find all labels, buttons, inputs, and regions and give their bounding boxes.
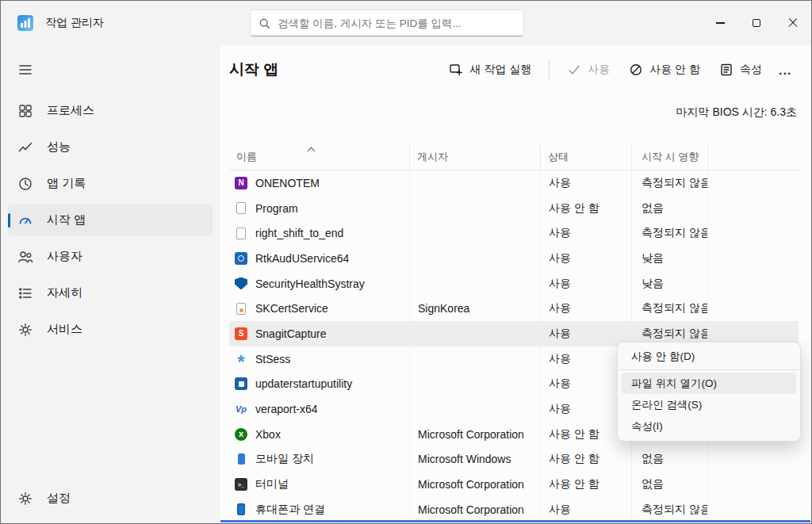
table-row[interactable]: right_shift_to_end 사용 측정되지 않음 [229, 220, 799, 246]
new-task-icon [449, 63, 463, 77]
menu-item-search-online[interactable]: 온라인 검색(S) [622, 394, 796, 415]
table-row[interactable]: SKCertService SignKorea 사용 측정되지 않음 [229, 296, 799, 321]
maximize-button[interactable] [738, 1, 775, 45]
column-header-status[interactable]: 상태 [541, 143, 632, 170]
close-icon [787, 17, 799, 29]
sidebar-item-app-history[interactable]: 앱 기록 [8, 167, 213, 200]
task-manager-app-icon [17, 14, 34, 32]
run-new-task-button[interactable]: 새 작업 실행 [442, 57, 538, 82]
close-button[interactable] [775, 1, 811, 45]
app-name: ONENOTEM [255, 177, 320, 189]
cert-icon [236, 303, 246, 315]
impact-cell: 낮음 [632, 246, 708, 271]
menu-toggle-button[interactable] [10, 56, 42, 83]
menu-item-properties[interactable]: 속성(I) [622, 415, 796, 437]
column-header-impact[interactable]: 시작 시 영향 [632, 143, 708, 170]
sidebar-item-settings[interactable]: 설정 [8, 482, 213, 514]
veraport-icon [235, 403, 247, 415]
column-header-empty [708, 143, 799, 170]
column-header-publisher[interactable]: 게시자 [410, 143, 541, 170]
more-icon: ... [779, 63, 792, 77]
startup-apps-icon [17, 212, 33, 228]
status-cell: 사용 안 함 [541, 196, 632, 221]
name-cell: veraport-x64 [229, 396, 410, 422]
search-input[interactable] [278, 17, 515, 29]
publisher-cell: Microsoft Windows [410, 447, 541, 472]
sidebar-item-processes[interactable]: 프로세스 [8, 94, 213, 127]
bottom-accent-line [220, 520, 810, 522]
status-cell: 사용 안 함 [541, 472, 632, 497]
minimize-button[interactable] [702, 1, 738, 45]
bios-time-label: 마지막 BIOS 시간: [676, 105, 768, 118]
settings-gear-icon [17, 491, 33, 507]
column-header-name[interactable]: 이름 [229, 143, 410, 170]
menu-item-open-file-location[interactable]: 파일 위치 열기(O) [622, 373, 796, 394]
table-row[interactable]: ONENOTEM 사용 측정되지 않음 [229, 170, 799, 196]
table-row[interactable]: 모바일 장치 Microsoft Windows 사용 안 함 없음 [229, 447, 799, 472]
sidebar-item-details[interactable]: 자세히 [8, 277, 213, 309]
sidebar-item-services[interactable]: 서비스 [8, 313, 213, 346]
publisher-cell: Microsoft Corporation [410, 472, 541, 497]
app-name: SecurityHealthSystray [255, 277, 365, 290]
table-header: 이름 게시자 상태 시작 시 영향 [229, 143, 799, 170]
menu-separator [619, 369, 799, 370]
table-row[interactable]: RtkAudUService64 사용 낮음 [229, 246, 799, 271]
page-title: 시작 앱 [229, 59, 278, 80]
xbox-icon [235, 428, 247, 441]
enable-button[interactable]: 사용 [560, 57, 617, 82]
name-cell: RtkAudUService64 [229, 246, 410, 271]
impact-cell: 낮음 [632, 271, 708, 296]
publisher-cell [410, 321, 541, 346]
status-cell: 사용 [541, 296, 632, 321]
table-row[interactable]: 터미널 Microsoft Corporation 사용 안 함 없음 [229, 472, 799, 497]
status-cell: 사용 [541, 220, 632, 246]
minimize-icon [716, 22, 725, 23]
publisher-cell: Microsoft Corporation [410, 422, 541, 447]
more-button[interactable]: ... [774, 58, 797, 82]
name-cell: Xbox [229, 422, 410, 447]
onenote-icon [235, 177, 247, 189]
table-row[interactable]: 휴대폰과 연결 Microsoft Corporation 사용 측정되지 않음 [229, 497, 799, 522]
sidebar-item-users[interactable]: 사용자 [8, 240, 213, 273]
properties-button[interactable]: 속성 [712, 57, 769, 82]
sidebar-item-performance[interactable]: 성능 [8, 131, 213, 163]
file-icon [236, 202, 246, 214]
name-cell: 터미널 [229, 472, 410, 497]
sort-ascending-icon [308, 147, 316, 155]
toolbar-divider [549, 59, 550, 80]
impact-cell: 없음 [632, 196, 708, 221]
impact-cell: 없음 [632, 472, 708, 497]
snagit-icon [235, 327, 247, 340]
empty-cell [708, 220, 799, 246]
check-icon [567, 63, 581, 77]
empty-cell [708, 497, 799, 522]
app-name: SnagitCapture [255, 327, 327, 340]
table-row[interactable]: SecurityHealthSystray 사용 낮음 [229, 271, 799, 296]
titlebar: 작업 관리자 [1, 1, 811, 45]
performance-icon [17, 140, 33, 155]
impact-cell: 없음 [632, 447, 708, 472]
app-name: 모바일 장치 [255, 452, 314, 466]
name-cell: right_shift_to_end [229, 220, 410, 246]
menu-item-disable[interactable]: 사용 안 함(D) [622, 346, 796, 367]
phonelink-icon [235, 503, 247, 516]
disable-label: 사용 안 함 [649, 63, 700, 77]
shield-icon [235, 277, 247, 290]
processes-icon [17, 103, 33, 119]
publisher-cell [410, 196, 541, 221]
properties-icon [719, 63, 733, 77]
sidebar-item-label: 설정 [47, 491, 71, 506]
name-cell: ONENOTEM [229, 170, 410, 196]
startup-apps-table: 이름 게시자 상태 시작 시 영향 ONENOTEM [229, 143, 799, 522]
impact-cell: 측정되지 않음 [632, 220, 708, 246]
sidebar: 프로세스 성능 앱 기록 [1, 45, 220, 524]
publisher-cell [410, 170, 541, 196]
publisher-cell [410, 372, 541, 397]
app-name: Program [255, 202, 298, 215]
table-row[interactable]: Program 사용 안 함 없음 [229, 196, 799, 221]
sidebar-item-startup-apps[interactable]: 시작 앱 [8, 204, 213, 236]
search-box [250, 10, 524, 36]
disable-button[interactable]: 사용 안 함 [622, 57, 707, 82]
realtek-icon [235, 252, 247, 265]
status-cell: 사용 [541, 271, 632, 296]
